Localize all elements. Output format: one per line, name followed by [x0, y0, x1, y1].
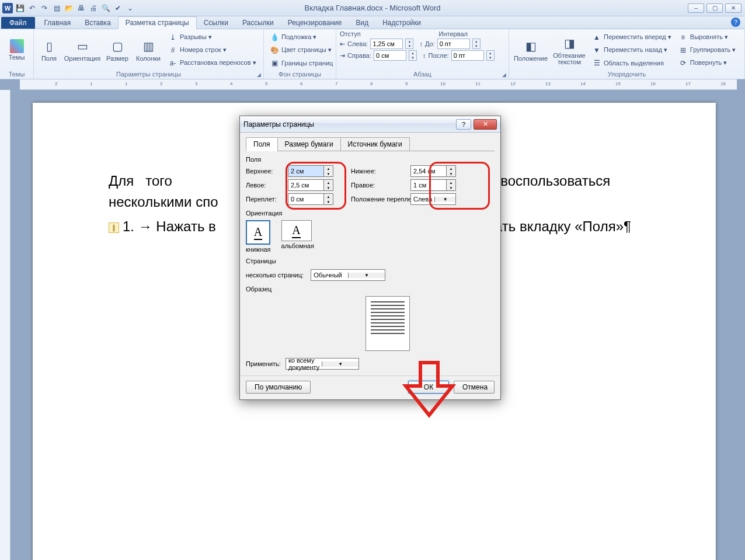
tab-insert[interactable]: Вставка: [78, 17, 118, 29]
group-objects-button[interactable]: ⊞Группировать ▾: [676, 44, 739, 56]
tab-review[interactable]: Рецензирование: [281, 17, 349, 29]
vertical-ruler[interactable]: [0, 90, 11, 560]
send-backward-label: Переместить назад ▾: [604, 46, 667, 54]
horizontal-ruler[interactable]: 21123456789101112131415161718: [20, 79, 737, 90]
margin-top-input[interactable]: [288, 165, 324, 177]
chevron-down-icon[interactable]: ▼: [434, 197, 455, 202]
breaks-button[interactable]: ⤓Разрывы ▾: [166, 32, 259, 43]
qat-spellcheck-icon[interactable]: ✔: [113, 3, 123, 13]
bring-forward-label: Переместить вперед ▾: [604, 33, 671, 41]
multiple-pages-select[interactable]: Обычный▼: [311, 269, 385, 281]
align-icon: ≡: [678, 33, 688, 42]
margin-left-field[interactable]: ▲▼: [288, 179, 340, 191]
themes-button[interactable]: Темы: [4, 32, 30, 69]
cancel-button[interactable]: Отмена: [454, 381, 495, 394]
dialog-titlebar[interactable]: Параметры страницы ? ✕: [240, 116, 500, 133]
gutter-field[interactable]: ▲▼: [288, 193, 340, 205]
selection-pane-button[interactable]: ☰Область выделения: [590, 57, 674, 69]
doc-numbered-right: брать вкладку «Поля»¶: [479, 218, 631, 234]
wrap-text-icon: ◨: [561, 35, 578, 51]
spacing-after-field[interactable]: ↕После:▲▼: [423, 50, 495, 61]
ok-button[interactable]: ОК: [408, 381, 449, 394]
page-color-label: Цвет страницы ▾: [281, 46, 332, 54]
size-button[interactable]: ▢Размер: [104, 32, 131, 69]
columns-button[interactable]: ▥Колонки: [133, 32, 163, 69]
minimize-button[interactable]: –: [688, 4, 704, 13]
gutter-position-select[interactable]: Слева▼: [410, 193, 456, 205]
qat-redo-icon[interactable]: ↷: [39, 3, 50, 13]
help-icon[interactable]: ?: [731, 18, 740, 27]
chevron-down-icon[interactable]: ▼: [348, 273, 385, 278]
spinner-arrows[interactable]: ▲▼: [409, 50, 417, 61]
indent-right-input[interactable]: [374, 50, 406, 61]
spinner-arrows[interactable]: ▲▼: [472, 39, 481, 49]
paragraph-launcher-icon[interactable]: ◢: [502, 72, 506, 78]
orientation-portrait[interactable]: Aкнижная: [246, 220, 271, 253]
margin-right-label: Правое:: [340, 182, 410, 189]
dialog-close-button[interactable]: ✕: [474, 119, 497, 130]
margin-left-input[interactable]: [288, 179, 324, 191]
watermark-button[interactable]: 💧Подложка ▾: [267, 32, 335, 43]
default-button[interactable]: По умолчанию: [246, 381, 311, 394]
dialog-tab-paper-source[interactable]: Источник бумаги: [340, 137, 410, 151]
tab-references[interactable]: Ссылки: [197, 17, 235, 29]
file-tab[interactable]: Файл: [1, 17, 35, 29]
gutter-input[interactable]: [288, 193, 324, 205]
rotate-button[interactable]: ⟳Повернуть ▾: [676, 57, 739, 69]
qat-open-icon[interactable]: 📂: [64, 3, 74, 13]
orientation-button[interactable]: ▭Ориентация: [63, 32, 102, 69]
hyphenation-button[interactable]: a-Расстановка переносов ▾: [166, 57, 259, 69]
dialog-tab-fields[interactable]: Поля: [246, 137, 278, 151]
spinner-arrows[interactable]: ▲▼: [405, 39, 413, 49]
qat-print-icon[interactable]: 🖶: [76, 3, 86, 13]
position-button[interactable]: ◧Положение: [513, 32, 549, 69]
margin-bottom-input[interactable]: [410, 165, 447, 177]
page-color-button[interactable]: 🎨Цвет страницы ▾: [267, 44, 335, 56]
margin-right-field[interactable]: ▲▼: [410, 179, 463, 191]
spinner-arrows[interactable]: ▲▼: [486, 50, 495, 61]
bring-forward-button[interactable]: ▲Переместить вперед ▾: [590, 32, 674, 43]
page-setup-launcher-icon[interactable]: ◢: [257, 72, 261, 78]
indent-left-input[interactable]: [370, 39, 403, 49]
margins-button[interactable]: ▯Поля: [37, 32, 61, 69]
spacing-after-input[interactable]: [451, 50, 484, 61]
group-page-setup: ▯Поля ▭Ориентация ▢Размер ▥Колонки ⤓Разр…: [34, 29, 264, 79]
tab-home[interactable]: Главная: [37, 17, 78, 29]
rotate-icon: ⟳: [678, 58, 688, 68]
tab-mailings[interactable]: Рассылки: [235, 17, 281, 29]
qat-save-icon[interactable]: 💾: [15, 3, 25, 13]
page-borders-label: Границы страниц: [281, 60, 333, 67]
qat-quickprint-icon[interactable]: 🖨: [88, 3, 99, 13]
indent-right-field[interactable]: ⇥Справа:▲▼: [340, 50, 417, 61]
dialog-tab-paper-size[interactable]: Размер бумаги: [277, 137, 341, 151]
page-borders-button[interactable]: ▣Границы страниц: [267, 57, 335, 69]
quick-access-toolbar: W 💾 ↶ ↷ ▤ 📂 🖶 🖨 🔍 ✔ ⌄: [0, 3, 135, 13]
tab-addins[interactable]: Надстройки: [375, 17, 428, 29]
line-numbers-icon: #: [168, 46, 177, 55]
send-backward-button[interactable]: ▼Переместить назад ▾: [590, 44, 674, 56]
margin-bottom-field[interactable]: ▲▼: [410, 165, 463, 177]
qat-new-icon[interactable]: ▤: [51, 3, 62, 13]
margin-top-field[interactable]: ▲▼: [288, 165, 340, 177]
close-button[interactable]: ✕: [725, 4, 741, 13]
chevron-down-icon[interactable]: ▼: [322, 361, 358, 367]
apply-to-select[interactable]: ко всему документу▼: [286, 358, 359, 370]
line-numbers-button[interactable]: #Номера строк ▾: [166, 44, 259, 56]
wrap-text-button[interactable]: ◨Обтекание текстом: [551, 32, 587, 69]
position-label: Положение: [514, 55, 548, 62]
tab-page-layout[interactable]: Разметка страницы: [118, 16, 197, 29]
bring-forward-icon: ▲: [592, 33, 601, 42]
maximize-button[interactable]: ▢: [706, 4, 723, 13]
dialog-help-button[interactable]: ?: [456, 119, 471, 130]
align-button[interactable]: ≡Выровнять ▾: [676, 32, 739, 43]
qat-preview-icon[interactable]: 🔍: [100, 3, 111, 13]
qat-undo-icon[interactable]: ↶: [27, 3, 37, 13]
tab-view[interactable]: Вид: [349, 17, 375, 29]
spacing-before-field[interactable]: ↕До:▲▼: [419, 39, 480, 49]
orientation-landscape[interactable]: Aальбомная: [281, 220, 314, 253]
margin-right-input[interactable]: [410, 179, 447, 191]
indent-left-field[interactable]: ⇤Слева:▲▼: [340, 39, 413, 49]
qat-more-icon[interactable]: ⌄: [125, 3, 135, 13]
spacing-before-input[interactable]: [437, 39, 470, 49]
title-bar: W 💾 ↶ ↷ ▤ 📂 🖶 🖨 🔍 ✔ ⌄ Вкладка Главная.do…: [0, 0, 745, 16]
